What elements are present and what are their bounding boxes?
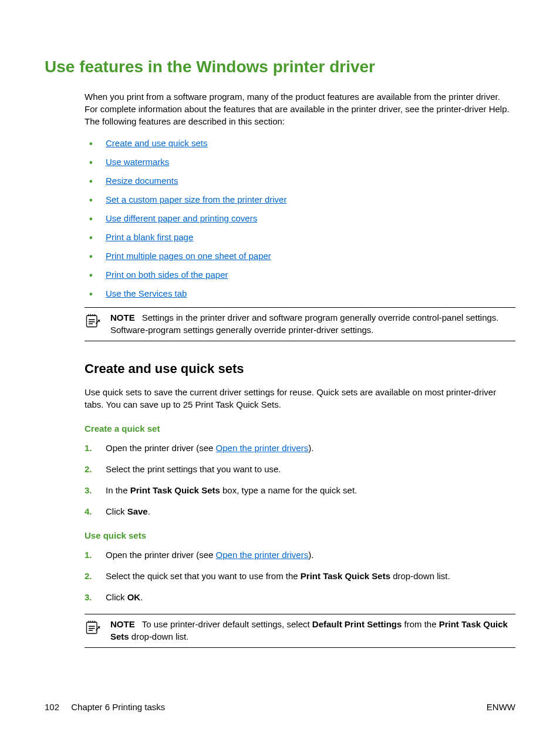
footer-right: ENWW [487, 702, 515, 712]
feature-link-list: Create and use quick sets Use watermarks… [87, 138, 515, 298]
link-watermarks[interactable]: Use watermarks [106, 157, 169, 167]
link-resize[interactable]: Resize documents [106, 176, 178, 186]
link-both-sides[interactable]: Print on both sides of the paper [106, 270, 228, 280]
link-quick-sets[interactable]: Create and use quick sets [106, 138, 207, 148]
step-text: Click [106, 592, 127, 602]
link-multi-pages[interactable]: Print multiple pages on one sheet of pap… [106, 251, 271, 261]
note-block: NOTETo use printer-driver default settin… [85, 614, 515, 648]
note-block: NOTESettings in the printer driver and s… [85, 307, 515, 341]
link-services-tab[interactable]: Use the Services tab [106, 288, 187, 298]
section-heading: Create and use quick sets [85, 361, 515, 377]
link-open-drivers[interactable]: Open the printer drivers [216, 550, 309, 560]
intro-paragraph: When you print from a software program, … [85, 90, 515, 127]
step-text: Open the printer driver (see [106, 443, 216, 453]
note-text: Settings in the printer driver and softw… [110, 312, 498, 335]
link-open-drivers[interactable]: Open the printer drivers [216, 443, 309, 453]
use-steps: 1.Open the printer driver (see Open the … [85, 549, 515, 603]
use-quickset-heading: Use quick sets [85, 530, 515, 540]
link-custom-paper[interactable]: Set a custom paper size from the printer… [106, 194, 286, 204]
step-text: Select the quick set that you want to us… [106, 571, 301, 581]
page-footer: 102 Chapter 6 Printing tasks ENWW [45, 702, 515, 712]
page-number: 102 [45, 702, 59, 712]
step-text: In the [106, 485, 130, 495]
page-title: Use features in the Windows printer driv… [45, 58, 515, 76]
create-quickset-heading: Create a quick set [85, 424, 515, 434]
step-text: Open the printer driver (see [106, 550, 216, 560]
note-label: NOTE [110, 312, 135, 322]
note-label: NOTE [110, 619, 135, 629]
create-steps: 1.Open the printer driver (see Open the … [85, 442, 515, 518]
note-icon [85, 618, 110, 643]
link-diff-paper[interactable]: Use different paper and printing covers [106, 213, 257, 223]
svg-rect-0 [87, 315, 97, 327]
link-blank-page[interactable]: Print a blank first page [106, 232, 193, 242]
section-body: Use quick sets to save the current drive… [85, 386, 515, 411]
step-text: Click [106, 506, 127, 516]
note-icon [85, 311, 110, 336]
svg-rect-1 [87, 622, 97, 633]
chapter-label: Chapter 6 Printing tasks [71, 702, 165, 712]
step-text: Select the print settings that you want … [106, 464, 281, 474]
